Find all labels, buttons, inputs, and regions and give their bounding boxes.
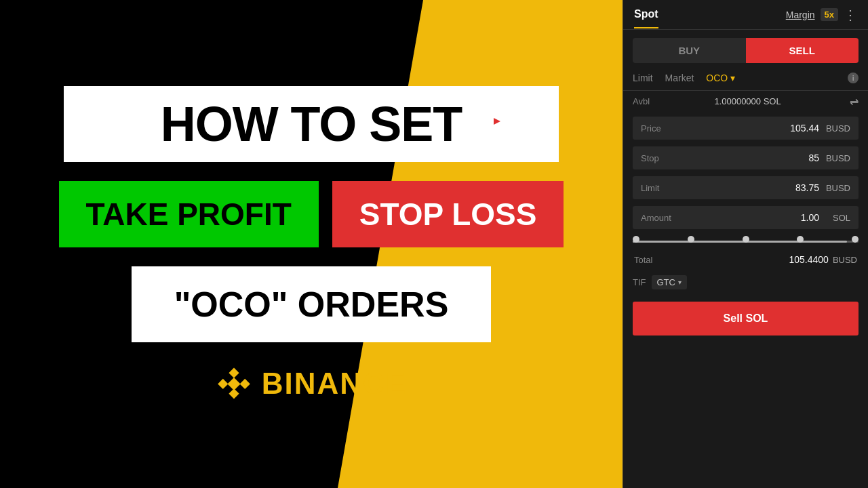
title-text: HOW TO SET: [96, 100, 526, 148]
slider-dot-100: [852, 236, 859, 243]
amount-field[interactable]: Amount 1.00 SOL: [633, 206, 859, 229]
order-type-limit[interactable]: Limit: [633, 73, 653, 83]
tif-value: GTC: [657, 277, 675, 287]
price-field[interactable]: Price 105.44 BUSD: [633, 117, 859, 140]
title-banner: HOW TO SET: [64, 86, 559, 162]
divider-1: [623, 90, 868, 91]
tabs-bar: Spot Margin 5x ⋮: [623, 0, 868, 30]
sell-sol-button[interactable]: Sell SOL: [633, 302, 859, 336]
swap-icon[interactable]: ⇌: [850, 95, 859, 108]
tif-label: TIF: [633, 277, 646, 287]
slider-dot-25: [688, 236, 694, 243]
left-content: HOW TO SET TAKE PROFIT STOP LOSS "OCO" O…: [0, 86, 623, 402]
svg-rect-1: [218, 379, 228, 389]
total-currency: BUSD: [833, 255, 857, 265]
order-type-row: Limit Market OCO ▾ i: [623, 70, 868, 89]
tab-margin[interactable]: Margin: [786, 9, 815, 20]
slider-dots: [633, 238, 859, 243]
oco-banner: "OCO" ORDERS: [132, 266, 491, 342]
total-label: Total: [634, 255, 652, 265]
total-row: Total 105.4400 BUSD: [633, 250, 859, 269]
buy-sell-toggle: BUY SELL: [633, 38, 859, 63]
stop-loss-badge: STOP LOSS: [332, 181, 564, 247]
tif-select[interactable]: GTC ▾: [652, 275, 687, 289]
tab-spot[interactable]: Spot: [634, 1, 658, 28]
take-profit-badge: TAKE PROFIT: [59, 181, 319, 247]
avbl-value: 1.00000000 SOL: [714, 96, 781, 106]
slider-dot-50: [743, 236, 749, 243]
price-currency: BUSD: [825, 123, 850, 134]
oco-dropdown-arrow: ▾: [730, 73, 735, 83]
svg-rect-0: [229, 368, 239, 378]
oco-orders-label: "OCO" ORDERS: [170, 284, 453, 325]
amount-label: Amount: [641, 213, 676, 223]
binance-logo: BINANCE: [216, 365, 407, 402]
limit-currency: BUSD: [825, 183, 850, 193]
binance-icon: [216, 365, 252, 402]
total-value: 105.4400: [789, 254, 828, 265]
slider-dot-75: [797, 236, 804, 243]
limit-value[interactable]: 83.75: [676, 182, 825, 193]
amount-currency: SOL: [825, 213, 850, 223]
stop-label: Stop: [641, 153, 676, 163]
badges-row: TAKE PROFIT STOP LOSS: [59, 181, 564, 247]
avbl-label: Avbl: [633, 96, 650, 106]
amount-value[interactable]: 1.00: [676, 212, 825, 223]
stop-field[interactable]: Stop 85 BUSD: [633, 146, 859, 169]
sell-toggle-button[interactable]: SELL: [746, 38, 859, 63]
price-label: Price: [641, 123, 676, 134]
stop-currency: BUSD: [825, 153, 850, 163]
info-icon[interactable]: i: [848, 73, 859, 83]
order-type-market[interactable]: Market: [665, 73, 694, 83]
svg-rect-2: [239, 379, 250, 389]
avbl-row: Avbl 1.00000000 SOL ⇌: [623, 92, 868, 113]
slider-dot-0: [633, 236, 639, 243]
oco-label: OCO: [706, 73, 728, 83]
tif-dropdown-arrow: ▾: [678, 279, 682, 286]
stop-value[interactable]: 85: [676, 152, 825, 163]
limit-label: Limit: [641, 183, 676, 193]
tab-right: Margin 5x ⋮: [786, 7, 857, 23]
price-value[interactable]: 105.44: [676, 123, 825, 134]
limit-field[interactable]: Limit 83.75 BUSD: [633, 176, 859, 199]
tif-row: TIF GTC ▾: [623, 272, 868, 295]
binance-name: BINANCE: [262, 367, 407, 401]
right-panel: Spot Margin 5x ⋮ BUY SELL Limit Market O…: [623, 0, 868, 488]
tab-leverage[interactable]: 5x: [821, 8, 838, 21]
svg-rect-4: [229, 388, 239, 399]
buy-button[interactable]: BUY: [633, 38, 746, 63]
total-right: 105.4400 BUSD: [789, 254, 857, 265]
more-menu-icon[interactable]: ⋮: [844, 7, 857, 23]
order-type-oco[interactable]: OCO ▾: [706, 73, 735, 83]
stop-loss-label: STOP LOSS: [359, 196, 537, 232]
take-profit-label: TAKE PROFIT: [86, 196, 292, 232]
amount-slider[interactable]: [623, 232, 868, 247]
left-panel: HOW TO SET TAKE PROFIT STOP LOSS "OCO" O…: [0, 0, 623, 488]
